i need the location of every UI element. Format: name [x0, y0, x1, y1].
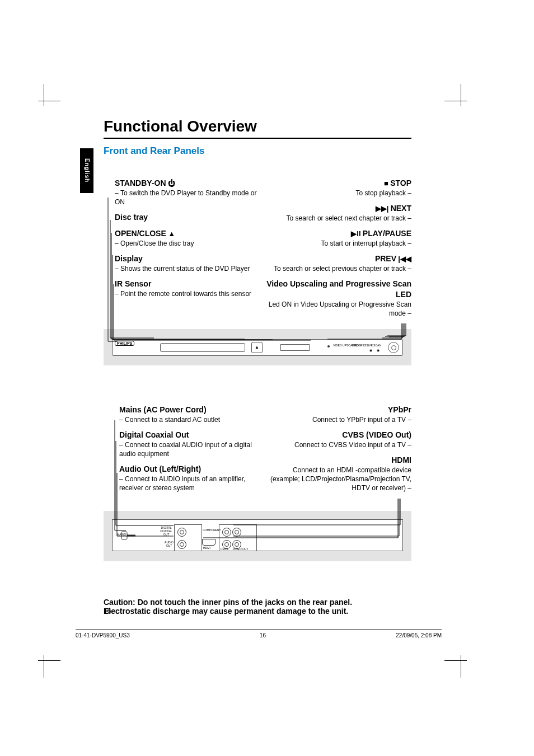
progscan-label: PROGRESSIVE SCAN — [352, 344, 381, 347]
crop-mark — [444, 84, 467, 106]
title-rule — [104, 138, 411, 139]
crop-mark — [38, 84, 60, 106]
prev-icon: |◀◀ — [398, 255, 411, 263]
section-heading: Front and Rear Panels — [104, 145, 411, 157]
eject-button-graphic: ▲ — [251, 342, 263, 353]
crop-mark — [38, 655, 60, 678]
stop-icon: ■ — [384, 179, 388, 187]
rear-device-illustration: MAINS ~ DIGITAL COAXIAL OUT AUDIO OUT HD… — [104, 511, 411, 561]
rear-panel-diagram: Mains (AC Power Cord) –Connect to a stan… — [104, 405, 411, 561]
callout-prev: PREV |◀◀ To search or select previous ch… — [266, 253, 411, 273]
callout-stop: ■ STOP To stop playback – — [266, 178, 411, 198]
footer-page: 16 — [260, 632, 266, 638]
callout-ir-sensor: IR Sensor –Point the remote control towa… — [115, 279, 260, 298]
callout-next: ▶▶| NEXT To search or select next chapte… — [266, 203, 411, 223]
play-pause-icon: ▶II — [351, 229, 360, 238]
audio-jacks-graphic: DIGITAL COAXIAL OUT AUDIO OUT — [174, 524, 202, 551]
display-graphic — [280, 344, 310, 351]
brand-logo: PHILIPS — [115, 341, 134, 346]
power-icon: ⏻ — [168, 179, 175, 187]
language-tab: English — [80, 148, 93, 193]
callout-play-pause: ▶II PLAY/PAUSE To start or interrupt pla… — [266, 228, 411, 248]
svg-rect-0 — [121, 532, 127, 539]
eject-icon: ▲ — [168, 229, 175, 238]
callout-disc-tray: Disc tray — [115, 212, 260, 223]
footer-timestamp: 22/09/05, 2:08 PM — [396, 632, 442, 638]
page-title: Functional Overview — [104, 118, 411, 135]
hdmi-port-label: HDMI — [203, 546, 210, 550]
jog-dial-graphic — [388, 342, 399, 353]
led-graphic — [327, 345, 330, 348]
callout-display: Display –Shows the current status of the… — [115, 253, 260, 273]
disc-tray-graphic — [160, 343, 245, 352]
print-footer: 01-41-DVP5900_US3 16 22/09/05, 2:08 PM — [76, 630, 442, 638]
crop-mark — [444, 655, 467, 678]
callout-coax: Digital Coaxial Out –Connect to coaxial … — [119, 430, 265, 458]
transport-buttons-graphic: ◉ ◉ — [369, 348, 381, 352]
callout-standby: STANDBY-ON ⏻ –To switch the DVD Player t… — [115, 178, 260, 206]
hdmi-port-graphic — [202, 539, 216, 546]
footer-file: 01-41-DVP5900_US3 — [76, 632, 130, 638]
page-number: 16 — [104, 607, 111, 615]
callout-ypbpr: YPbPr Connect to YPbPr input of a TV – — [266, 405, 411, 424]
caution-text: Caution: Do not touch the inner pins of … — [104, 598, 395, 616]
callout-mains: Mains (AC Power Cord) –Connect to a stan… — [119, 405, 265, 424]
mains-cord-graphic — [121, 530, 135, 541]
front-device-illustration: PHILIPS ▲ VIDEO UPSCALING PROGRESSIVE SC… — [104, 329, 411, 365]
callout-open-close: OPEN/CLOSE ▲ –Open/Close the disc tray — [115, 228, 260, 248]
video-jacks-graphic: COMPONENT CVBS VIDEO OUT — [219, 524, 257, 551]
callout-hdmi: HDMI Connect to an HDMI -compatible devi… — [266, 455, 411, 492]
next-icon: ▶▶| — [376, 204, 389, 213]
front-panel-diagram: STANDBY-ON ⏻ –To switch the DVD Player t… — [104, 167, 411, 365]
callout-cvbs: CVBS (VIDEO Out) Connect to CVBS Video i… — [266, 430, 411, 449]
callout-audio-out: Audio Out (Left/Right) –Connect to AUDIO… — [119, 464, 265, 492]
callout-upscale-led: Video Upscaling and Progressive Scan LED… — [266, 279, 411, 318]
